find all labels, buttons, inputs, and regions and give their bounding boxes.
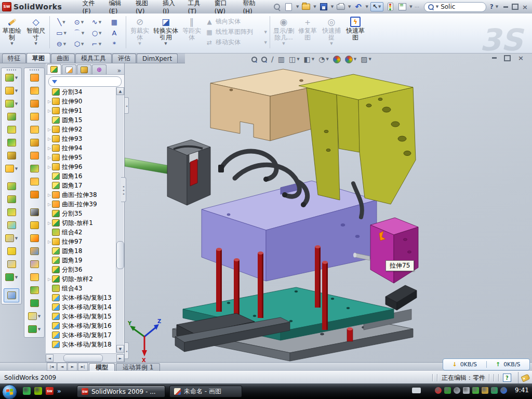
tree-item[interactable]: 实体-移动/复制17 bbox=[47, 330, 115, 340]
rapid-sketch-button[interactable]: ϟ快速草图 bbox=[343, 15, 367, 50]
sketch-entity-button[interactable]: ⌒▼ bbox=[70, 28, 88, 38]
hscroll-thumb[interactable] bbox=[63, 354, 103, 362]
property-manager-tab[interactable] bbox=[62, 64, 76, 74]
taskbar-clock[interactable]: 9:41 bbox=[515, 387, 529, 394]
swept-surface-icon[interactable] bbox=[24, 71, 44, 84]
tree-item[interactable]: ▷曲面-拉伸39 bbox=[47, 200, 115, 209]
select-button[interactable]: ↖▼ bbox=[370, 2, 383, 11]
split-icon[interactable] bbox=[2, 180, 21, 193]
tab-scroll-button[interactable]: |◄ bbox=[47, 363, 57, 371]
new-file-button[interactable] bbox=[284, 2, 294, 11]
sketch-entity-button[interactable]: ⊙▼ bbox=[70, 17, 88, 28]
quick-snaps-button[interactable]: ◎快速捕捉▼ bbox=[320, 15, 343, 50]
command-tab-DimXpert[interactable]: DimXpert bbox=[137, 54, 178, 63]
tree-item[interactable]: 分割35 bbox=[47, 209, 115, 218]
tree-item[interactable]: 圆角19 bbox=[47, 256, 115, 265]
expand-arrow-icon[interactable]: ▷ bbox=[47, 277, 52, 282]
wrap-icon[interactable] bbox=[24, 136, 44, 149]
tree-item[interactable]: 实体-移动/复制14 bbox=[47, 302, 115, 312]
tree-item[interactable]: 实体-移动/复制18 bbox=[47, 340, 115, 349]
reference-point-icon[interactable]: ▼ bbox=[2, 232, 21, 245]
open-file-dropdown[interactable]: ▼ bbox=[313, 5, 316, 9]
tree-item[interactable]: 组合43 bbox=[47, 284, 115, 293]
expand-arrow-icon[interactable]: ▷ bbox=[47, 155, 52, 160]
ribbon-row-button[interactable]: ⇄移动实体▼ bbox=[206, 38, 267, 47]
smart-dimension-button[interactable]: ◇智能尺寸▼ bbox=[24, 15, 48, 50]
swept-boss-icon[interactable] bbox=[2, 123, 21, 136]
open-file-button[interactable] bbox=[301, 2, 311, 11]
solidworks-quicklaunch-icon[interactable]: SW bbox=[46, 387, 54, 395]
boundary-surface-icon[interactable] bbox=[24, 162, 44, 175]
tab-scroll-button[interactable]: ► bbox=[68, 363, 77, 371]
quick-tips-icon[interactable]: ? bbox=[503, 374, 511, 382]
knit-surface-icon[interactable] bbox=[24, 271, 44, 284]
expand-arrow-icon[interactable]: ▷ bbox=[47, 165, 52, 169]
revolved-boss-icon[interactable] bbox=[2, 110, 21, 123]
move-copy-body-icon[interactable] bbox=[2, 219, 21, 232]
tab-model[interactable]: 模型 bbox=[89, 363, 115, 371]
tree-item[interactable]: ▷拉伸91 bbox=[47, 106, 115, 115]
tree-vertical-scrollbar[interactable]: ▲ ▼ bbox=[116, 87, 124, 353]
sketch-button[interactable]: 草图绘制▼ bbox=[0, 15, 24, 50]
tree-item[interactable]: ▷拉伸97 bbox=[47, 237, 115, 246]
expand-arrow-icon[interactable]: ▷ bbox=[47, 193, 52, 197]
point-icon[interactable]: ▼ bbox=[24, 310, 44, 323]
edit-appearance-icon[interactable] bbox=[333, 56, 341, 63]
command-tab-模具工具[interactable]: 模具工具 bbox=[75, 54, 112, 63]
offset-entities-button[interactable]: ∥等距实体 bbox=[180, 15, 204, 50]
flex-icon[interactable] bbox=[24, 123, 44, 136]
extruded-boss-icon[interactable]: ▼ bbox=[2, 71, 21, 84]
print-dropdown[interactable]: ▼ bbox=[348, 5, 351, 9]
curve-icon[interactable]: ▼ bbox=[24, 323, 44, 336]
zoom-to-fit-icon[interactable] bbox=[251, 57, 257, 62]
tree-item[interactable]: 分割34 bbox=[47, 87, 115, 97]
hole-wizard-icon[interactable] bbox=[2, 149, 21, 162]
fillet-icon[interactable]: ▼ bbox=[2, 97, 21, 110]
sketch-entity-button[interactable]: ∿▼ bbox=[88, 17, 105, 28]
command-tab-评估[interactable]: 评估 bbox=[112, 54, 136, 63]
command-tab-曲面[interactable]: 曲面 bbox=[51, 54, 75, 63]
display-delete-relations-button[interactable]: ◉显示/删除几...▼ bbox=[272, 15, 296, 50]
planar-surface-icon[interactable] bbox=[24, 149, 44, 162]
feature-manager-t ab[interactable] bbox=[47, 64, 61, 74]
overflow-icon[interactable]: ⋯ bbox=[415, 4, 420, 10]
tree-item[interactable]: 实体-移动/复制13 bbox=[47, 293, 115, 302]
tags-cell[interactable] bbox=[518, 372, 532, 384]
apply-scene-icon[interactable]: ▼ bbox=[345, 56, 356, 63]
linear-pattern-icon[interactable]: ▼ bbox=[2, 162, 21, 175]
trimmed-surface-icon[interactable] bbox=[24, 97, 44, 110]
tree-item[interactable]: 分割36 bbox=[47, 265, 115, 274]
sync-status-icon[interactable] bbox=[500, 387, 507, 394]
sketch-entity-button[interactable]: ⊖▼ bbox=[52, 38, 70, 49]
view-settings-icon[interactable]: ▨▼ bbox=[361, 55, 371, 63]
replace-face-icon[interactable] bbox=[24, 219, 44, 232]
pane-splitter-handle[interactable]: ◂ bbox=[125, 97, 129, 114]
undo-button[interactable]: ↶ bbox=[353, 2, 364, 11]
pin-icon[interactable] bbox=[272, 2, 282, 11]
graphics-viewport[interactable]: Y Z X ∕▥◫▼◧▼◔▼▼▨▼ × ◂ ◂ 拉伸75 bbox=[125, 54, 532, 362]
lofted-boss-icon[interactable] bbox=[2, 136, 21, 149]
scroll-left-button[interactable]: ◄ bbox=[46, 354, 54, 362]
sketch-entity-button[interactable]: A bbox=[105, 28, 123, 38]
network-warning-icon[interactable] bbox=[482, 387, 488, 394]
undo-dropdown[interactable]: ▼ bbox=[366, 5, 368, 9]
tree-filter-input[interactable] bbox=[48, 76, 122, 87]
revolved-surface-icon[interactable] bbox=[24, 84, 44, 97]
volume-icon[interactable] bbox=[463, 387, 470, 394]
search-dropdown[interactable]: ▼ bbox=[436, 5, 438, 9]
tree-item[interactable]: 实体-移动/复制16 bbox=[47, 321, 115, 330]
security-shield-icon[interactable] bbox=[444, 387, 451, 394]
save-button[interactable] bbox=[318, 2, 329, 11]
lofted-surface-icon[interactable] bbox=[24, 110, 44, 123]
zoom-to-area-icon[interactable] bbox=[261, 57, 267, 62]
command-tab-草图[interactable]: 草图 bbox=[26, 53, 50, 63]
tab-scroll-button[interactable]: ◄ bbox=[57, 363, 67, 371]
scroll-right-button[interactable]: ► bbox=[116, 354, 124, 362]
move-face-icon[interactable] bbox=[24, 245, 44, 258]
tab-motion-study[interactable]: 运动算例 1 bbox=[116, 363, 160, 371]
health-shield-icon[interactable] bbox=[491, 387, 498, 394]
tree-item[interactable]: 圆角15 bbox=[47, 115, 115, 125]
search-input[interactable]: ▼ Solic bbox=[424, 2, 486, 12]
expand-arrow-icon[interactable]: ▷ bbox=[47, 137, 52, 141]
freeform-icon[interactable] bbox=[24, 258, 44, 271]
